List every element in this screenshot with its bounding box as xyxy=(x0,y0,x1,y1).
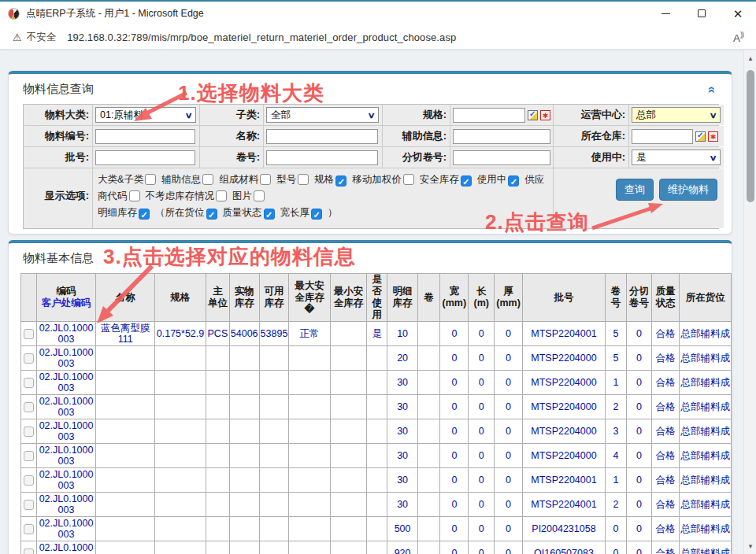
lookup-icon[interactable] xyxy=(695,131,706,142)
cell-code[interactable]: 02.JL0.1000003 xyxy=(36,468,96,493)
cell-location: 总部辅料成 xyxy=(680,468,732,493)
col-header-maxsafe: 最大安 全库存� xyxy=(289,274,330,322)
slit-roll-no-input[interactable] xyxy=(453,150,550,165)
checkbox[interactable] xyxy=(202,174,213,185)
row-checkbox[interactable] xyxy=(24,500,34,510)
checkbox[interactable] xyxy=(145,174,156,185)
clear-icon[interactable] xyxy=(708,131,718,142)
checkbox[interactable]: ✓ xyxy=(264,209,275,220)
cell-minsafe xyxy=(330,371,367,395)
customer-code-header-link[interactable]: 客户处编码 xyxy=(38,297,95,309)
scroll-up-icon[interactable]: ▲ xyxy=(744,55,756,62)
cell-code[interactable]: 02.JL0.1000003 xyxy=(36,541,96,554)
row-checkbox[interactable] xyxy=(24,402,34,412)
checkbox[interactable]: ✓ xyxy=(311,209,322,220)
cell-slitno: 0 xyxy=(626,541,651,554)
collapse-panel-icon[interactable]: « xyxy=(707,87,718,94)
cell-length: 0 xyxy=(469,322,495,346)
checkbox[interactable]: ✓ xyxy=(206,209,217,220)
url-text[interactable]: 192.168.0.32:789/mis/mrp/boe_materiel_re… xyxy=(67,31,456,43)
cell-name xyxy=(96,541,155,554)
maintain-material-button[interactable]: 维护物料 xyxy=(659,179,717,201)
cell-code[interactable]: 02.JL0.1000003 xyxy=(36,444,96,468)
checkbox[interactable]: ✓ xyxy=(139,209,150,220)
operation-center-select[interactable]: 总部∨ xyxy=(632,107,721,123)
cell-width: 0 xyxy=(440,541,469,554)
checkbox[interactable]: ✓ xyxy=(335,175,346,187)
page-scrollbar[interactable]: ▲ ▼ xyxy=(743,50,756,554)
roll-no-input[interactable] xyxy=(266,150,378,165)
row-checkbox[interactable] xyxy=(24,451,34,461)
header-checkbox-cell xyxy=(21,274,37,322)
checkbox[interactable]: ✓ xyxy=(508,175,519,187)
batch-no-input[interactable] xyxy=(95,150,195,165)
query-button[interactable]: 查询 xyxy=(616,179,654,201)
cell-pstock: 54006 xyxy=(229,322,259,346)
read-aloud-icon[interactable]: A)) xyxy=(733,31,743,44)
cell-code[interactable]: 02.JL0.1000003 xyxy=(36,322,96,346)
checkbox[interactable] xyxy=(298,174,309,185)
label-roll-no: 卷号: xyxy=(200,147,263,168)
cell-code[interactable]: 02.JL0.1000003 xyxy=(36,395,96,419)
cell-roll xyxy=(417,517,440,541)
close-button[interactable]: ✕ xyxy=(720,2,756,25)
cell-code[interactable]: 02.JL0.1000003 xyxy=(36,371,96,395)
cell-roll xyxy=(417,346,440,371)
cell-location: 总部辅料成 xyxy=(680,444,732,468)
clear-icon[interactable] xyxy=(540,110,550,120)
cell-code[interactable]: 02.JL0.1000003 xyxy=(36,493,96,517)
cell-location: 总部辅料成 xyxy=(680,371,732,395)
checkbox[interactable]: ✓ xyxy=(461,175,472,187)
row-checkbox[interactable] xyxy=(24,548,34,554)
col-header-code: 编码客户处编码 xyxy=(36,274,96,322)
cell-minsafe xyxy=(330,322,367,346)
row-checkbox[interactable] xyxy=(24,378,34,388)
row-checkbox[interactable] xyxy=(24,353,34,364)
minimize-button[interactable] xyxy=(647,2,684,25)
table-row: 02.JL0.100000330000MTSP220400040合格总部辅料成 xyxy=(21,444,732,468)
aux-info-input[interactable] xyxy=(453,129,550,144)
subcategory-select[interactable]: 全部∨ xyxy=(266,107,379,123)
label-slit-roll-no: 分切卷号: xyxy=(383,147,450,168)
cell-spec xyxy=(155,517,206,541)
chevron-down-icon: ∨ xyxy=(709,111,717,120)
checkbox[interactable] xyxy=(129,190,140,201)
row-checkbox-cell xyxy=(21,541,37,554)
checkbox[interactable] xyxy=(254,190,265,201)
spec-input[interactable] xyxy=(453,108,525,123)
cell-name xyxy=(96,517,155,541)
in-use-select[interactable]: 是∨ xyxy=(632,150,721,165)
cell-dstock: 920 xyxy=(387,541,418,554)
checkbox[interactable] xyxy=(216,190,227,201)
checkbox[interactable] xyxy=(260,174,271,185)
lookup-icon[interactable] xyxy=(528,110,538,120)
cell-code[interactable]: 02.JL0.1000003 xyxy=(36,419,96,444)
material-no-input[interactable] xyxy=(95,129,195,144)
cell-rollno: 5 xyxy=(606,322,627,346)
cell-thick: 0 xyxy=(495,468,523,493)
cell-maxsafe xyxy=(289,346,330,371)
cell-code[interactable]: 02.JL0.1000003 xyxy=(36,346,96,371)
address-bar[interactable]: ⚠ 不安全 192.168.0.32:789/mis/mrp/boe_mater… xyxy=(0,25,756,50)
cell-code[interactable]: 02.JL0.1000003 xyxy=(36,517,96,541)
row-checkbox[interactable] xyxy=(24,475,34,486)
cell-location: 总部辅料成 xyxy=(680,541,732,554)
col-header-name: 名称 xyxy=(96,274,155,322)
checkbox[interactable] xyxy=(403,174,414,185)
scrollbar-thumb[interactable] xyxy=(747,70,754,202)
name-input[interactable] xyxy=(266,129,378,144)
cell-pstock xyxy=(229,395,259,419)
display-option-label: 型号 xyxy=(276,174,296,185)
row-checkbox[interactable] xyxy=(24,329,34,339)
col-header-unit: 主 单位 xyxy=(206,274,229,322)
col-header-spec: 规格 xyxy=(155,274,206,322)
cell-inuse: 是 xyxy=(367,322,387,346)
material-category-select[interactable]: 01:原辅料∨ xyxy=(95,107,196,123)
row-checkbox[interactable] xyxy=(24,427,34,437)
label-aux-info: 辅助信息: xyxy=(383,126,450,146)
col-header-width: 宽 (mm) xyxy=(440,274,469,322)
row-checkbox[interactable] xyxy=(24,524,34,534)
maximize-button[interactable] xyxy=(684,2,720,25)
warehouse-input[interactable] xyxy=(632,129,693,144)
scroll-down-icon[interactable]: ▼ xyxy=(744,543,756,550)
